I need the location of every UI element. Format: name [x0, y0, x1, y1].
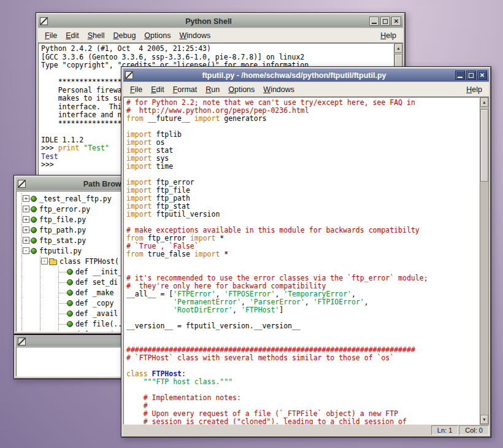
tree-connector	[58, 319, 67, 329]
tree-rail	[40, 287, 58, 298]
tree-item-label: def _make	[75, 288, 113, 297]
code-line: from __future__ import generators	[126, 115, 479, 123]
titlebar[interactable]: Python Shell ✕	[38, 15, 403, 28]
desktop: Python Shell ✕ FileEditShellDebugOptions…	[0, 0, 503, 448]
tree-rail	[40, 266, 58, 277]
editor-scrollbar[interactable]: ▲ ▼	[480, 97, 489, 425]
window-menu-icon[interactable]	[125, 71, 133, 79]
scroll-up-icon[interactable]: ▲	[480, 98, 488, 107]
menu-edit[interactable]: Edit	[61, 30, 83, 41]
close-button[interactable]: ✕	[391, 17, 401, 26]
tree-rail	[40, 277, 58, 287]
scroll-down-icon[interactable]: ▼	[480, 415, 488, 424]
code-line: import os	[126, 139, 479, 147]
scroll-trough[interactable]	[480, 107, 488, 415]
collapse-icon[interactable]: -	[41, 258, 48, 265]
menu-options[interactable]: Options	[224, 84, 259, 95]
maximize-icon	[469, 73, 474, 78]
tree-rail	[21, 277, 40, 287]
tree-item-label: class FTPHost(	[60, 257, 119, 266]
code-line: import ftplib	[126, 131, 479, 139]
tree-rail	[40, 329, 58, 332]
code-line: Python 2.4.2 (#1, Oct 4 2005, 21:25:43)	[41, 45, 393, 53]
close-button[interactable]: ✕	[477, 71, 487, 80]
tree-item-label: def _copy	[75, 298, 113, 307]
module-icon	[31, 227, 37, 233]
tree-item-label: def _avail	[75, 309, 118, 318]
menu-run[interactable]: Run	[201, 84, 224, 95]
menu-debug[interactable]: Debug	[109, 30, 140, 41]
maximize-button[interactable]	[466, 71, 476, 80]
module-icon	[67, 300, 73, 306]
tree-rail	[21, 308, 40, 319]
module-icon	[67, 269, 73, 275]
tree-rail	[40, 308, 58, 319]
maximize-button[interactable]	[380, 17, 390, 26]
code-line: # Implementation notes:	[126, 394, 479, 402]
menu-shell[interactable]: Shell	[83, 30, 109, 41]
menu-edit[interactable]: Edit	[147, 84, 169, 95]
menu-format[interactable]: Format	[169, 84, 202, 95]
code-line: import sys	[126, 155, 479, 163]
code-line: import stat	[126, 147, 479, 155]
menu-windows[interactable]: Windows	[259, 84, 299, 95]
expand-icon[interactable]: +	[23, 195, 29, 202]
window-menu-icon[interactable]	[40, 17, 48, 25]
scroll-up-icon[interactable]: ▲	[394, 44, 402, 53]
code-line: """FTP host class."""	[126, 378, 479, 386]
minimize-button[interactable]	[455, 71, 465, 80]
tree-rail	[40, 298, 58, 308]
close-icon: ✕	[394, 18, 399, 25]
code-line: [GCC 3.3.6 (Gentoo 3.3.6, ssp-3.3.6-1.0,…	[41, 53, 393, 62]
collapse-icon[interactable]: -	[23, 247, 29, 254]
module-icon	[67, 290, 73, 296]
window-menu-icon[interactable]	[18, 180, 26, 188]
window-title: ftputil.py - /home/schwa/sd/python/ftput…	[136, 71, 452, 80]
maximize-icon	[383, 19, 388, 24]
tree-connector	[58, 266, 67, 277]
code-line: from true_false import *	[126, 250, 479, 258]
tree-item-label: def __init_	[75, 267, 122, 276]
menu-options[interactable]: Options	[140, 30, 175, 41]
window-title: Python Shell	[51, 17, 366, 26]
menu-help[interactable]: Help	[376, 30, 401, 41]
titlebar[interactable]: ftputil.py - /home/schwa/sd/python/ftput…	[123, 69, 489, 82]
code-line: # session is created ("cloned"), leading…	[126, 418, 479, 425]
minimize-icon	[372, 23, 377, 24]
tree-item-label: def set_di	[75, 277, 118, 287]
expand-icon[interactable]: +	[23, 237, 29, 244]
window-menu-icon[interactable]	[18, 338, 26, 346]
tree-rail	[21, 256, 40, 266]
expand-icon[interactable]: +	[23, 226, 29, 233]
scroll-thumb[interactable]	[480, 109, 488, 182]
module-icon	[67, 321, 73, 327]
tree-item-label: def open(...	[75, 330, 126, 332]
tree-item-label: def file(...	[75, 319, 126, 328]
menu-file[interactable]: File	[126, 84, 147, 95]
minimize-icon	[458, 77, 463, 78]
tree-rail	[21, 319, 40, 329]
expand-icon[interactable]: +	[23, 216, 29, 223]
minimize-button[interactable]	[369, 17, 379, 26]
tree-item-label: ftp_stat.py	[39, 236, 86, 245]
expand-icon[interactable]: +	[23, 206, 29, 212]
editor-window: ftputil.py - /home/schwa/sd/python/ftput…	[121, 66, 491, 438]
code-line: import ftputil_version	[126, 210, 479, 218]
module-icon	[67, 279, 73, 285]
menubar: FileEditFormatRunOptionsWindowsHelp	[123, 82, 489, 97]
tree-item-label: ftp_file.py	[39, 215, 86, 224]
module-icon	[31, 196, 37, 202]
tree-rail	[21, 329, 40, 332]
tree-item-label: _test_real_ftp.py	[39, 194, 112, 203]
menu-windows[interactable]: Windows	[175, 30, 215, 41]
code-editor-area[interactable]: # for Python 2.2; note that we can't use…	[123, 97, 480, 425]
tree-rail	[21, 266, 40, 277]
code-line	[126, 330, 479, 338]
menubar: FileEditShellDebugOptionsWindowsHelp	[38, 28, 403, 43]
menu-file[interactable]: File	[40, 30, 61, 41]
code-line: # `FTPHost` class with several methods s…	[126, 354, 479, 362]
column-indicator: Col: 0	[459, 425, 489, 435]
tree-connector	[58, 308, 67, 319]
tree-item-label: ftputil.py	[39, 246, 82, 255]
menu-help[interactable]: Help	[462, 84, 486, 95]
